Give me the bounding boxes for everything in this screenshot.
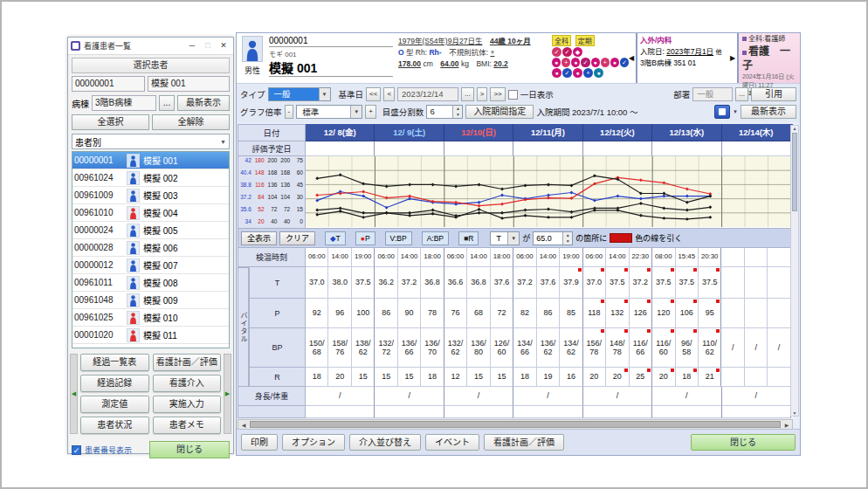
date-header-cell[interactable]: 12/12(火): [583, 124, 652, 141]
next-week-button[interactable]: >>: [490, 87, 505, 101]
vital-cell[interactable]: 82: [513, 299, 536, 328]
series-toggle-r[interactable]: ■R: [458, 231, 479, 245]
scroll-right-arrow[interactable]: ▶: [224, 354, 231, 434]
patient-list-item[interactable]: 00000012模擬 007: [72, 257, 229, 274]
vital-cell[interactable]: 38.0: [328, 267, 351, 299]
alert-badge-icon[interactable]: ●: [552, 58, 561, 67]
vital-cell[interactable]: [721, 368, 744, 387]
action-button[interactable]: 看護計画／評価: [153, 354, 222, 371]
window-titlebar[interactable]: 看護患者一覧 ─ □ ✕: [68, 38, 233, 55]
vital-cell[interactable]: 96/ 58: [676, 328, 699, 368]
alert-badge-icon[interactable]: ●: [591, 58, 600, 67]
alert-badge-icon[interactable]: ✓: [562, 68, 572, 78]
alert-badge-icon[interactable]: ●: [552, 68, 561, 78]
vital-cell[interactable]: 118: [583, 299, 606, 328]
vital-cell[interactable]: 37.5: [699, 267, 721, 299]
next-admission-icon[interactable]: ▶: [730, 54, 737, 62]
patient-list-item[interactable]: 00961024模擬 002: [72, 169, 229, 187]
refresh-chart-button[interactable]: 最新表示: [741, 105, 796, 119]
eval-cell[interactable]: [306, 141, 375, 156]
show-all-button[interactable]: 全表示: [241, 231, 277, 245]
eval-cell[interactable]: [722, 141, 791, 156]
vital-cell[interactable]: 148/ 78: [606, 328, 629, 368]
vital-cell[interactable]: 20: [606, 368, 629, 387]
action-button[interactable]: 患者メモ: [153, 417, 222, 434]
scrollbar-thumb[interactable]: [250, 421, 781, 428]
threshold-series-select[interactable]: T▼: [490, 231, 520, 245]
prev-admission-icon[interactable]: ◀: [629, 54, 636, 62]
alert-badge-icon[interactable]: ●: [610, 58, 619, 67]
alert-badge-icon[interactable]: ●: [594, 68, 603, 78]
vital-cell[interactable]: 116/ 60: [652, 328, 675, 368]
close-window-button[interactable]: 閉じる: [149, 441, 230, 458]
vital-cell[interactable]: 132: [606, 299, 629, 328]
vital-cell[interactable]: 37.2: [513, 267, 536, 299]
vital-cell[interactable]: 37.6: [491, 267, 513, 299]
time-cell[interactable]: 06:00: [306, 248, 328, 267]
vital-cell[interactable]: 132/ 72: [375, 328, 397, 368]
series-toggle-p[interactable]: ●P: [355, 231, 375, 245]
vital-cell[interactable]: 21: [699, 368, 721, 387]
date-header-cell[interactable]: 12/13(水): [652, 124, 721, 141]
patient-list-item[interactable]: 00000024模擬 005: [72, 222, 229, 239]
time-cell[interactable]: 14:00: [398, 248, 421, 267]
dept-browse-button[interactable]: ...: [735, 87, 748, 101]
vital-cell[interactable]: 18: [513, 368, 536, 387]
clear-button[interactable]: クリア: [279, 231, 315, 245]
vital-cell[interactable]: 36.2: [375, 267, 397, 299]
height-weight-cell[interactable]: /: [306, 387, 375, 406]
alert-badge-icon[interactable]: +: [583, 68, 593, 78]
select-all-button[interactable]: 全選択: [72, 114, 149, 130]
refresh-button[interactable]: 最新表示: [177, 95, 230, 111]
height-weight-cell[interactable]: /: [722, 387, 791, 406]
time-cell[interactable]: 06:00: [444, 248, 467, 267]
close-panel-button[interactable]: 閉じる: [691, 434, 796, 451]
zoom-out-button[interactable]: -: [285, 105, 294, 119]
action-button[interactable]: 看護介入: [153, 375, 222, 392]
series-toggle-t[interactable]: ◆T: [325, 231, 346, 245]
vital-cell[interactable]: [768, 267, 790, 299]
scroll-right-icon[interactable]: ▶: [782, 422, 792, 428]
scroll-left-icon[interactable]: ◀: [238, 422, 249, 428]
vital-cell[interactable]: 68: [467, 299, 490, 328]
date-header-cell[interactable]: 12/10(日): [444, 124, 513, 141]
ward-field[interactable]: 3階B病棟: [92, 95, 156, 111]
scroll-down-icon[interactable]: ▼: [793, 410, 797, 416]
vital-cell[interactable]: 37.5: [652, 267, 675, 299]
patient-list-item[interactable]: 00001020模擬 011: [72, 327, 229, 344]
vital-cell[interactable]: 25: [630, 368, 652, 387]
patient-list-item[interactable]: 00961011模擬 008: [72, 274, 229, 292]
vital-cell[interactable]: 37.0: [583, 267, 606, 299]
vital-cell[interactable]: 12: [444, 368, 467, 387]
zoom-in-button[interactable]: +: [365, 105, 376, 119]
vital-cell[interactable]: 19: [537, 368, 560, 387]
vital-cell[interactable]: 120: [652, 299, 675, 328]
action-button[interactable]: 患者状況: [80, 417, 149, 434]
vital-cell[interactable]: 134/ 66: [513, 328, 536, 368]
vital-cell[interactable]: 15: [491, 368, 513, 387]
vital-cell[interactable]: 18: [306, 368, 328, 387]
alert-badge-icon[interactable]: ●: [571, 58, 580, 67]
bottom-button[interactable]: 看護計画／評価: [484, 434, 564, 451]
vital-cell[interactable]: 136/ 70: [421, 328, 444, 368]
show-number-checkbox[interactable]: ✓: [72, 445, 81, 455]
action-button[interactable]: 測定値: [80, 396, 149, 413]
vital-cell[interactable]: 16: [560, 368, 582, 387]
vital-cell[interactable]: 106: [676, 299, 699, 328]
time-cell[interactable]: 14:00: [328, 248, 351, 267]
vital-cell[interactable]: 136/ 62: [537, 328, 560, 368]
bottom-button[interactable]: 介入並び替え: [349, 434, 421, 451]
vital-cell[interactable]: 150/ 68: [306, 328, 328, 368]
time-cell[interactable]: 14:00: [606, 248, 629, 267]
vital-cell[interactable]: [745, 267, 768, 299]
vital-cell[interactable]: 136/ 80: [467, 328, 490, 368]
date-header-cell[interactable]: 12/ 8(金): [306, 124, 375, 141]
patient-list-item[interactable]: 00961010模擬 004: [72, 204, 229, 222]
date-header-cell[interactable]: 12/ 9(土): [375, 124, 444, 141]
journal-icon[interactable]: [714, 105, 730, 119]
vital-cell[interactable]: 86: [537, 299, 560, 328]
patient-filter-select[interactable]: 患者別 ▼: [72, 134, 230, 149]
prev-day-button[interactable]: <: [383, 87, 395, 101]
vital-cell[interactable]: 95: [699, 299, 721, 328]
date-header-cell[interactable]: 12/14(木): [722, 124, 791, 141]
